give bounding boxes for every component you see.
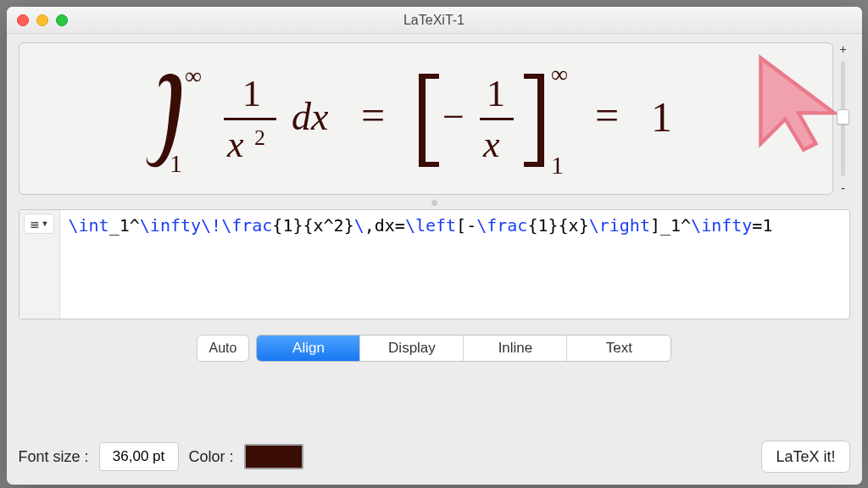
mode-segmented-control: AlignDisplayInlineText xyxy=(256,335,671,362)
svg-text:2: 2 xyxy=(254,125,265,150)
chevron-down-icon: ▼ xyxy=(42,219,49,228)
mode-align[interactable]: Align xyxy=(257,336,360,361)
svg-text:=: = xyxy=(361,92,385,139)
svg-text:1: 1 xyxy=(170,149,182,174)
close-icon[interactable] xyxy=(17,14,29,26)
list-icon: ≣ xyxy=(30,217,40,230)
zoom-thumb[interactable] xyxy=(837,109,849,125)
pane-divider-handle[interactable] xyxy=(431,200,437,206)
template-menu-button[interactable]: ≣ ▼ xyxy=(24,214,54,234)
zoom-track[interactable] xyxy=(841,61,845,176)
color-swatch[interactable] xyxy=(244,444,303,469)
options-row: Font size : Color : LaTeX it! xyxy=(19,441,850,473)
svg-text:1: 1 xyxy=(551,151,564,174)
titlebar[interactable]: LaTeXiT-1 xyxy=(7,7,862,34)
svg-text:−: − xyxy=(442,95,465,138)
svg-text:x: x xyxy=(226,124,244,165)
mode-text[interactable]: Text xyxy=(567,336,670,361)
svg-text:1: 1 xyxy=(242,73,261,114)
minimize-icon[interactable] xyxy=(36,14,48,26)
mode-toolbar: Auto AlignDisplayInlineText xyxy=(19,335,850,362)
svg-rect-3 xyxy=(224,118,276,120)
window-content: ∞ 1 1 x 2 dx = − xyxy=(7,34,862,485)
auto-button[interactable]: Auto xyxy=(197,335,250,362)
font-size-field[interactable] xyxy=(99,442,179,471)
svg-text:1: 1 xyxy=(487,73,505,114)
svg-text:∞: ∞ xyxy=(551,64,568,87)
source-editor-container: ≣ ▼ \int_1^\infty\!\frac{1}{x^2}\,dx=\le… xyxy=(19,209,850,319)
preview-row: ∞ 1 1 x 2 dx = − xyxy=(19,42,850,195)
zoom-out-button[interactable]: - xyxy=(841,181,845,195)
app-window: LaTeXiT-1 ∞ 1 1 x 2 xyxy=(7,7,862,485)
latexit-button[interactable]: LaTeX it! xyxy=(761,441,849,473)
zoom-icon[interactable] xyxy=(56,14,68,26)
equation-preview[interactable]: ∞ 1 1 x 2 dx = − xyxy=(19,42,833,195)
svg-text:dx: dx xyxy=(292,95,329,138)
font-size-label: Font size : xyxy=(19,448,89,466)
zoom-slider: + - xyxy=(837,42,850,195)
zoom-in-button[interactable]: + xyxy=(839,42,846,56)
window-title: LaTeXiT-1 xyxy=(7,13,862,28)
mode-inline[interactable]: Inline xyxy=(464,336,567,361)
mode-display[interactable]: Display xyxy=(360,336,464,361)
svg-text:∞: ∞ xyxy=(185,64,202,89)
svg-rect-10 xyxy=(480,118,514,120)
color-label: Color : xyxy=(189,448,234,466)
rendered-equation: ∞ 1 1 x 2 dx = − xyxy=(120,64,731,174)
svg-text:1: 1 xyxy=(651,93,672,141)
svg-text:=: = xyxy=(595,92,619,139)
editor-gutter: ≣ ▼ xyxy=(19,210,60,319)
window-controls xyxy=(17,14,68,26)
latex-source-editor[interactable]: \int_1^\infty\!\frac{1}{x^2}\,dx=\left[-… xyxy=(60,210,849,319)
svg-text:x: x xyxy=(482,124,500,165)
